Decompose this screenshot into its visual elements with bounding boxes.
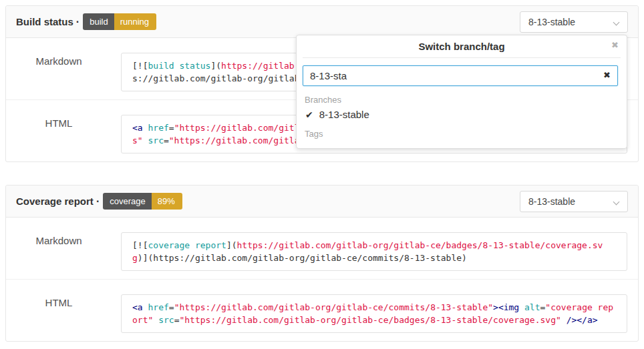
html-row: HTML <a href="https://gitlab.com/gitlab-… bbox=[6, 279, 638, 341]
chevron-down-icon bbox=[613, 199, 620, 206]
check-icon: ✔ bbox=[305, 109, 313, 120]
badge-value: running bbox=[114, 13, 156, 30]
close-icon[interactable]: ✖ bbox=[611, 41, 619, 49]
branch-dropdown-label: 8-13-stable bbox=[528, 196, 575, 207]
badge-key: coverage bbox=[103, 193, 151, 210]
build-status-card-header: Build status · build running 8-13-stable bbox=[6, 6, 638, 38]
row-label: Markdown bbox=[6, 53, 112, 91]
branch-dropdown-label: 8-13-stable bbox=[528, 17, 575, 27]
build-status-badge: build running bbox=[83, 13, 156, 30]
branch-item-8-13-stable[interactable]: ✔ 8-13-stable bbox=[305, 109, 627, 120]
modal-title: Switch branch/tag bbox=[418, 41, 504, 52]
branch-dropdown-button[interactable]: 8-13-stable bbox=[520, 191, 628, 212]
row-label: Markdown bbox=[6, 232, 112, 271]
badge-value: 89% bbox=[152, 193, 182, 210]
row-label: HTML bbox=[6, 294, 112, 333]
coverage-report-card: Coverage report · coverage 89% 8-13-stab… bbox=[5, 185, 639, 342]
html-code-snippet: <a href="https://gitlab.com/gitlab-org/g… bbox=[121, 294, 627, 333]
coverage-report-card-header: Coverage report · coverage 89% 8-13-stab… bbox=[6, 186, 638, 218]
badge-key: build bbox=[83, 13, 114, 30]
card-title: Coverage report bbox=[16, 196, 94, 207]
card-title: Build status bbox=[16, 16, 73, 27]
branches-section-label: Branches bbox=[305, 95, 627, 105]
switch-branch-modal: Switch branch/tag ✖ ✖ Branches ✔ 8-13-st… bbox=[296, 35, 627, 149]
markdown-row: Markdown [![coverage report](https://git… bbox=[6, 218, 638, 279]
branch-dropdown-button[interactable]: 8-13-stable bbox=[520, 11, 628, 33]
chevron-down-icon bbox=[613, 19, 620, 26]
row-label: HTML bbox=[6, 115, 112, 153]
branch-item-label: 8-13-stable bbox=[319, 109, 369, 120]
markdown-code-snippet: [![coverage report](https://gitlab.com/g… bbox=[121, 232, 627, 271]
tags-section-label: Tags bbox=[305, 129, 627, 139]
clear-search-icon[interactable]: ✖ bbox=[603, 71, 611, 79]
branch-search-input[interactable] bbox=[303, 65, 618, 86]
title-separator: · bbox=[76, 16, 79, 28]
coverage-badge: coverage 89% bbox=[103, 193, 182, 210]
title-separator: · bbox=[96, 196, 100, 208]
